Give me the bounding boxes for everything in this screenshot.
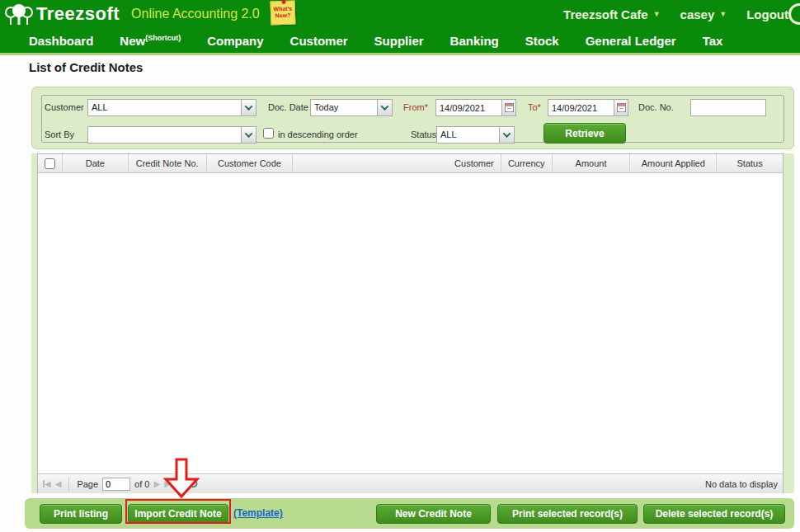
grid-body-empty: [38, 173, 783, 473]
column-header-date[interactable]: Date: [63, 154, 129, 172]
dropdown-arrow-icon[interactable]: [499, 126, 515, 144]
status-label: Status: [411, 129, 436, 139]
from-date-input[interactable]: [435, 99, 501, 116]
chevron-down-icon: ▼: [719, 10, 727, 18]
dropdown-arrow-icon[interactable]: [377, 99, 393, 116]
previous-page-icon[interactable]: ◀: [55, 479, 62, 488]
print-listing-button[interactable]: Print listing: [40, 504, 122, 524]
descending-label: in descending order: [278, 129, 358, 139]
nav-stock[interactable]: Stock: [525, 34, 559, 48]
doc-no-label: Doc. No.: [638, 102, 674, 112]
whats-new-icon[interactable]: What's New?: [271, 0, 296, 25]
brand-name: Treezsoft: [36, 3, 120, 25]
brand-row: Treezsoft Online Accounting 2.0 What's N…: [0, 0, 800, 28]
from-date-field: [435, 99, 516, 116]
next-page-icon[interactable]: ▶: [153, 479, 160, 488]
last-page-icon[interactable]: ▶: [164, 479, 172, 488]
customer-select-value: ALL: [87, 99, 241, 116]
column-header-currency[interactable]: Currency: [501, 154, 553, 172]
column-header-amount[interactable]: Amount: [553, 154, 631, 172]
doc-date-select[interactable]: Today: [310, 99, 393, 116]
main-nav: Dashboard New(Shortcut) Company Customer…: [0, 28, 800, 53]
dropdown-arrow-icon[interactable]: [241, 99, 256, 116]
whats-new-label: What's New?: [273, 6, 292, 19]
company-menu[interactable]: Treezsoft Cafe ▼: [563, 7, 660, 21]
nav-banking[interactable]: Banking: [450, 34, 499, 48]
sort-by-label: Sort By: [45, 129, 74, 139]
status-select[interactable]: ALL: [436, 126, 515, 144]
page-title: List of Credit Notes: [29, 60, 143, 74]
descending-checkbox[interactable]: [263, 128, 274, 139]
sort-by-select-value: [87, 126, 241, 144]
first-page-icon[interactable]: ◀: [43, 479, 51, 488]
delete-selected-button[interactable]: Delete selected record(s): [643, 504, 785, 524]
credit-notes-grid: Date Credit Note No. Customer Code Custo…: [37, 153, 784, 493]
nav-customer[interactable]: Customer: [290, 34, 348, 48]
user-name: casey: [680, 7, 715, 21]
doc-no-input[interactable]: [690, 99, 766, 116]
refresh-icon[interactable]: ↻: [188, 478, 199, 490]
pagination-bar: ◀ ◀ Page of 0 ▶ ▶ ↻ No data to display: [38, 473, 783, 493]
nav-new[interactable]: New(Shortcut): [120, 34, 181, 48]
column-header-amount-applied[interactable]: Amount Applied: [630, 154, 717, 172]
nav-new-shortcut: (Shortcut): [145, 34, 181, 42]
sort-by-select[interactable]: [87, 126, 256, 144]
nav-tax[interactable]: Tax: [703, 34, 723, 48]
no-data-text: No data to display: [705, 479, 778, 489]
doc-date-select-value: Today: [310, 99, 377, 116]
status-select-value: ALL: [436, 126, 499, 144]
grid-container: Date Credit Note No. Customer Code Custo…: [31, 153, 794, 493]
page-of-label: of 0: [134, 479, 149, 489]
doc-date-label: Doc. Date: [268, 102, 308, 112]
column-header-customer[interactable]: Customer: [293, 154, 501, 172]
print-selected-button[interactable]: Print selected record(s): [497, 504, 638, 524]
customer-label: Customer: [45, 102, 84, 112]
nav-general-ledger[interactable]: General Ledger: [586, 34, 676, 48]
grid-header-row: Date Credit Note No. Customer Code Custo…: [38, 154, 783, 173]
from-label: From*: [403, 102, 428, 112]
logout-link[interactable]: Logout: [746, 7, 788, 21]
import-credit-note-button[interactable]: Import Credit Note: [128, 504, 228, 524]
filter-panel: Customer ALL Doc. Date Today From* To* D…: [31, 87, 794, 149]
nav-company[interactable]: Company: [207, 34, 263, 48]
to-date-input[interactable]: [548, 99, 614, 116]
column-header-credit-note-no[interactable]: Credit Note No.: [129, 154, 207, 172]
company-name: Treezsoft Cafe: [563, 7, 648, 21]
user-menu[interactable]: casey ▼: [680, 7, 727, 21]
calendar-icon[interactable]: [501, 99, 516, 116]
new-credit-note-button[interactable]: New Credit Note: [376, 504, 491, 524]
page-number-input[interactable]: [102, 478, 130, 491]
calendar-icon[interactable]: [614, 99, 628, 116]
pin-icon: [281, 0, 285, 4]
dropdown-arrow-icon[interactable]: [241, 126, 256, 144]
customer-select[interactable]: ALL: [87, 99, 256, 116]
footer-action-bar: Print listing Import Credit Note (Templa…: [25, 498, 794, 529]
product-name: Online Accounting 2.0: [131, 7, 260, 21]
nav-supplier[interactable]: Supplier: [374, 34, 424, 48]
chevron-down-icon: ▼: [653, 10, 661, 18]
to-date-field: [548, 99, 628, 116]
pager-divider: [68, 478, 69, 491]
page-label: Page: [77, 479, 98, 489]
pager-divider: [180, 478, 181, 491]
retrieve-button[interactable]: Retrieve: [544, 123, 626, 144]
top-header: Treezsoft Online Accounting 2.0 What's N…: [0, 0, 800, 55]
nav-dashboard[interactable]: Dashboard: [29, 34, 93, 48]
select-all-cell: [38, 154, 63, 172]
top-right-menu: Treezsoft Cafe ▼ casey ▼ Logout: [563, 7, 800, 21]
column-header-customer-code[interactable]: Customer Code: [207, 154, 294, 172]
column-header-status[interactable]: Status: [717, 154, 783, 172]
template-link[interactable]: (Template): [233, 507, 283, 519]
to-label: To*: [528, 102, 541, 112]
select-all-checkbox[interactable]: [45, 158, 55, 169]
treezsoft-logo-icon: [3, 2, 35, 26]
help-icon[interactable]: [788, 3, 800, 25]
treezsoft-app: Treezsoft Online Accounting 2.0 What's N…: [0, 0, 800, 532]
